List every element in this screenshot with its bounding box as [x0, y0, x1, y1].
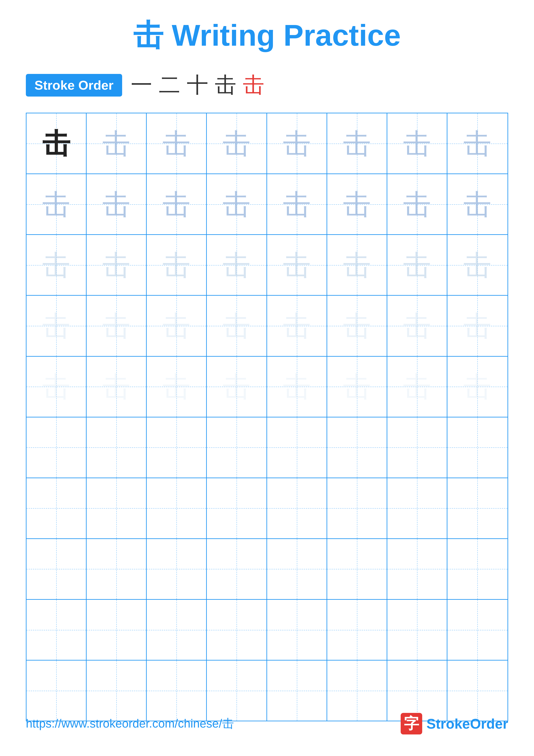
footer-logo: 字 StrokeOrder	[401, 713, 508, 735]
grid-cell[interactable]	[147, 478, 207, 538]
grid-cell[interactable]: 击	[87, 235, 147, 295]
grid-cell[interactable]: 击	[147, 113, 207, 174]
grid-cell[interactable]	[27, 418, 87, 477]
grid-cell[interactable]: 击	[267, 174, 327, 234]
grid-cell[interactable]	[387, 478, 447, 538]
grid-cell[interactable]	[147, 600, 207, 660]
grid-cell[interactable]	[87, 600, 147, 660]
practice-char: 击	[102, 129, 130, 157]
practice-char: 击	[283, 190, 311, 218]
practice-char: 击	[102, 190, 130, 218]
grid-cell[interactable]: 击	[87, 174, 147, 234]
grid-cell[interactable]	[267, 418, 327, 477]
grid-cell[interactable]	[327, 478, 387, 538]
grid-cell[interactable]	[387, 539, 447, 599]
grid-cell[interactable]	[327, 539, 387, 599]
title-section: 击 Writing Practice	[26, 17, 508, 53]
grid-cell[interactable]: 击	[327, 296, 387, 356]
grid-cell[interactable]	[267, 600, 327, 660]
grid-cell[interactable]: 击	[387, 296, 447, 356]
practice-char: 击	[222, 251, 250, 279]
grid-cell[interactable]	[87, 539, 147, 599]
grid-cell[interactable]: 击	[447, 235, 507, 295]
grid-cell[interactable]: 击	[27, 296, 87, 356]
grid-cell[interactable]	[207, 600, 267, 660]
grid-cell[interactable]	[207, 539, 267, 599]
grid-cell[interactable]: 击	[327, 113, 387, 174]
grid-cell[interactable]: 击	[87, 113, 147, 174]
grid-cell[interactable]: 击	[147, 235, 207, 295]
grid-cell[interactable]	[27, 478, 87, 538]
grid-cell[interactable]: 击	[327, 235, 387, 295]
grid-cell[interactable]	[447, 418, 507, 477]
footer-url[interactable]: https://www.strokeorder.com/chinese/击	[26, 716, 234, 732]
practice-char: 击	[343, 190, 371, 218]
grid-cell[interactable]: 击	[327, 357, 387, 417]
grid-cell[interactable]: 击	[147, 174, 207, 234]
grid-cell[interactable]: 击	[207, 174, 267, 234]
grid-cell[interactable]	[207, 478, 267, 538]
grid-cell[interactable]	[87, 478, 147, 538]
practice-char: 击	[42, 312, 70, 340]
grid-cell[interactable]: 击	[387, 235, 447, 295]
grid-cell[interactable]: 击	[447, 113, 507, 174]
grid-cell[interactable]	[387, 661, 447, 721]
grid-cell[interactable]	[207, 661, 267, 721]
grid-cell[interactable]: 击	[147, 296, 207, 356]
grid-cell[interactable]	[147, 418, 207, 477]
grid-cell[interactable]: 击	[267, 357, 327, 417]
grid-cell[interactable]: 击	[387, 357, 447, 417]
grid-cell[interactable]: 击	[387, 113, 447, 174]
logo-text: StrokeOrder	[426, 716, 508, 732]
grid-cell[interactable]	[387, 600, 447, 660]
grid-cell[interactable]	[447, 478, 507, 538]
grid-cell[interactable]	[27, 600, 87, 660]
grid-cell[interactable]	[327, 600, 387, 660]
grid-cell[interactable]	[147, 661, 207, 721]
practice-char: 击	[403, 190, 431, 218]
grid-cell[interactable]: 击	[27, 357, 87, 417]
grid-cell[interactable]	[267, 478, 327, 538]
grid-cell[interactable]	[447, 661, 507, 721]
stroke-5: 击	[243, 71, 264, 100]
grid-cell[interactable]	[147, 539, 207, 599]
grid-cell[interactable]	[327, 418, 387, 477]
grid-cell[interactable]	[27, 539, 87, 599]
grid-cell[interactable]	[27, 661, 87, 721]
grid-row: 击击击击击击击击	[27, 235, 507, 296]
grid-cell[interactable]	[327, 661, 387, 721]
grid-cell[interactable]: 击	[27, 113, 87, 174]
grid-cell[interactable]: 击	[87, 357, 147, 417]
grid-cell[interactable]: 击	[447, 174, 507, 234]
practice-char: 击	[343, 251, 371, 279]
grid-cell[interactable]: 击	[447, 357, 507, 417]
grid-cell[interactable]	[87, 418, 147, 477]
grid-cell[interactable]	[447, 600, 507, 660]
grid-cell[interactable]	[387, 418, 447, 477]
grid-cell[interactable]: 击	[207, 235, 267, 295]
grid-cell[interactable]: 击	[447, 296, 507, 356]
grid-cell[interactable]: 击	[387, 174, 447, 234]
grid-cell[interactable]	[87, 661, 147, 721]
grid-cell[interactable]: 击	[267, 113, 327, 174]
grid-cell[interactable]	[267, 661, 327, 721]
grid-cell[interactable]	[267, 539, 327, 599]
practice-char: 击	[403, 312, 431, 340]
practice-char: 击	[283, 312, 311, 340]
grid-cell[interactable]: 击	[27, 235, 87, 295]
grid-cell[interactable]	[207, 418, 267, 477]
grid-cell[interactable]: 击	[267, 235, 327, 295]
grid-cell[interactable]: 击	[87, 296, 147, 356]
grid-cell[interactable]: 击	[207, 357, 267, 417]
grid-cell[interactable]: 击	[267, 296, 327, 356]
grid-cell[interactable]: 击	[147, 357, 207, 417]
practice-char: 击	[163, 312, 191, 340]
grid-row	[27, 418, 507, 478]
practice-char: 击	[163, 129, 191, 157]
grid-cell[interactable]	[447, 539, 507, 599]
grid-cell[interactable]: 击	[327, 174, 387, 234]
grid-cell[interactable]: 击	[27, 174, 87, 234]
practice-char: 击	[283, 373, 311, 401]
grid-cell[interactable]: 击	[207, 296, 267, 356]
grid-cell[interactable]: 击	[207, 113, 267, 174]
